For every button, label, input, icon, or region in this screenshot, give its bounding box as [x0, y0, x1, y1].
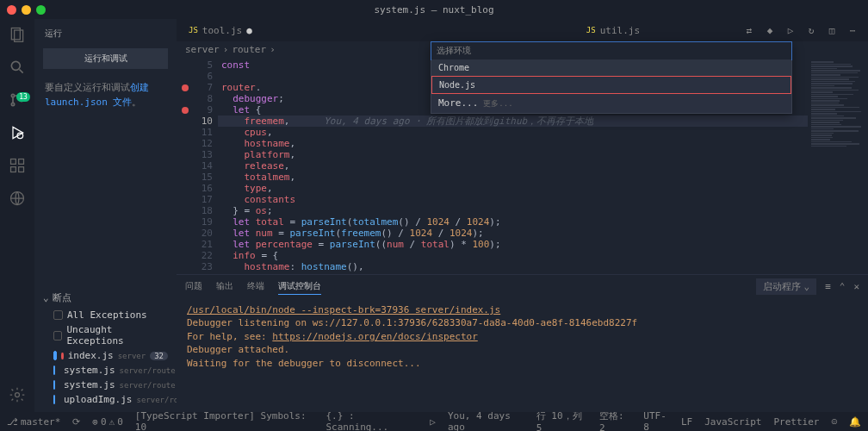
encoding-status[interactable]: UTF-8: [643, 409, 669, 431]
sidebar-title: 运行: [34, 24, 177, 43]
source-control-icon[interactable]: 13: [9, 91, 26, 109]
editor-tabs: JStool.js● JSutil.js ⇄ ◆ ▷ ↻ ◫ ⋯: [177, 19, 868, 41]
panel-tab[interactable]: 终端: [247, 278, 264, 295]
svg-point-4: [11, 94, 14, 97]
panel-tab[interactable]: 输出: [216, 278, 233, 295]
run-debug-button[interactable]: 运行和调试: [43, 48, 168, 69]
environment-picker: 选择环境 Chrome Node.js More...更多...: [431, 41, 792, 114]
search-icon[interactable]: [9, 59, 26, 76]
checkbox[interactable]: [53, 380, 55, 390]
sidebar: 运行 运行和调试 要自定义运行和调试创建 launch.json 文件。 ⌄ 断…: [34, 19, 177, 412]
close-panel-icon[interactable]: ✕: [853, 281, 859, 292]
activity-bar: 13: [0, 19, 34, 412]
checkbox[interactable]: [53, 310, 63, 320]
debug-console-output[interactable]: /usr/local/bin/node --inspect-brk=37936 …: [177, 298, 868, 375]
git-branch[interactable]: ⎇master*: [7, 416, 60, 428]
explorer-icon[interactable]: [9, 26, 26, 43]
filter-icon[interactable]: ≡: [825, 281, 831, 292]
panel-tabs: 问题输出终端调试控制台 启动程序⌄ ≡ ⌃ ✕: [177, 275, 868, 298]
js-icon: JS: [189, 26, 198, 34]
notifications-icon[interactable]: 🔔: [849, 409, 861, 431]
editor-area: JStool.js● JSutil.js ⇄ ◆ ▷ ↻ ◫ ⋯ server›…: [177, 19, 868, 412]
git-blame-status[interactable]: You, 4 days ago: [448, 409, 524, 431]
svg-rect-9: [11, 159, 16, 165]
maximize-window[interactable]: [36, 5, 46, 15]
play-icon[interactable]: ▷: [784, 23, 797, 37]
svg-point-2: [11, 61, 20, 70]
editor-toolbar: ⇄ ◆ ▷ ↻ ◫ ⋯: [742, 23, 868, 37]
checkbox[interactable]: [53, 351, 57, 360]
sync-status[interactable]: ⟳: [72, 416, 80, 428]
compare-icon[interactable]: ⇄: [742, 23, 756, 37]
panel-tab[interactable]: 调试控制台: [278, 278, 321, 295]
language-status[interactable]: JavaScript: [704, 409, 761, 431]
prettier-status[interactable]: Prettier: [773, 409, 819, 431]
window-traffic-lights: [7, 5, 46, 15]
breakpoint-item[interactable]: system.jsserver/router9: [34, 378, 177, 392]
split-icon[interactable]: ◫: [825, 23, 839, 37]
tab-util-js[interactable]: JSutil.js: [574, 19, 652, 41]
modified-dot-icon: ●: [246, 25, 252, 36]
checkbox[interactable]: [53, 365, 55, 375]
ts-importer-status[interactable]: [TypeScript Importer] Symbols: 10: [135, 410, 314, 431]
breakpoint-item[interactable]: system.jsserver/router7: [34, 363, 177, 378]
more-icon[interactable]: ⋯: [846, 23, 859, 37]
extensions-icon[interactable]: [9, 157, 26, 174]
picker-item-nodejs[interactable]: Node.js: [431, 76, 791, 94]
scanning-status[interactable]: {.} : Scanning...: [326, 410, 418, 431]
settings-icon[interactable]: [9, 386, 26, 403]
breakpoint-item[interactable]: All Exceptions: [34, 308, 177, 322]
svg-line-3: [20, 70, 23, 73]
svg-rect-11: [11, 167, 16, 172]
cursor-position[interactable]: 行 10，列 5: [536, 409, 587, 431]
picker-item-chrome[interactable]: Chrome: [431, 59, 791, 76]
svg-point-5: [11, 103, 14, 105]
close-window[interactable]: [7, 5, 16, 15]
checkbox[interactable]: [53, 395, 55, 404]
branch-icon: ⎇: [7, 416, 18, 428]
collapse-icon[interactable]: ⌃: [840, 281, 846, 292]
breakpoint-item[interactable]: uploadImg.jsserver/router16: [34, 392, 177, 407]
status-bar: ⎇master* ⟳ ⊗ 0 ⚠ 0 [TypeScript Importer]…: [0, 412, 868, 431]
checkbox[interactable]: [53, 331, 62, 340]
svg-rect-10: [19, 159, 24, 165]
titlebar: system.js — nuxt_blog: [0, 0, 868, 19]
breakpoints-header[interactable]: ⌄ 断点: [34, 288, 177, 308]
chevron-down-icon: ⌄: [43, 292, 49, 303]
eol-status[interactable]: LF: [681, 409, 692, 431]
problems-status[interactable]: ⊗ 0 ⚠ 0: [92, 416, 123, 428]
tab-tool-js[interactable]: JStool.js●: [177, 19, 264, 41]
sidebar-help-text: 要自定义运行和调试创建 launch.json 文件。: [34, 74, 177, 116]
indentation-status[interactable]: 空格: 2: [599, 409, 631, 431]
breakpoint-dot-icon: [61, 353, 63, 359]
debug-status[interactable]: ▷: [430, 416, 436, 428]
breakpoint-item[interactable]: index.jsserver32: [34, 348, 177, 363]
remote-icon[interactable]: [9, 190, 26, 207]
picker-input[interactable]: 选择环境: [431, 41, 792, 60]
svg-point-14: [16, 393, 20, 397]
refresh-icon[interactable]: ↻: [804, 23, 818, 37]
breakpoints-section: ⌄ 断点 All ExceptionsUncaught Exceptionsin…: [34, 288, 177, 407]
picker-item-more[interactable]: More...更多...: [431, 94, 791, 113]
bottom-panel: 问题输出终端调试控制台 启动程序⌄ ≡ ⌃ ✕ /usr/local/bin/n…: [177, 274, 868, 412]
chevron-down-icon: ⌄: [804, 281, 810, 292]
launch-config-selector[interactable]: 启动程序⌄: [756, 278, 817, 295]
panel-tab[interactable]: 问题: [185, 278, 202, 295]
js-icon: JS: [586, 26, 596, 34]
breakpoint-item[interactable]: Uncaught Exceptions: [34, 322, 177, 348]
minimize-window[interactable]: [22, 5, 31, 15]
feedback-icon[interactable]: ☺: [831, 409, 837, 431]
commit-icon[interactable]: ◆: [763, 23, 777, 37]
minimap[interactable]: [808, 58, 868, 274]
svg-rect-12: [19, 167, 24, 172]
run-debug-icon[interactable]: [9, 124, 26, 141]
window-title: system.js — nuxt_blog: [374, 4, 493, 16]
